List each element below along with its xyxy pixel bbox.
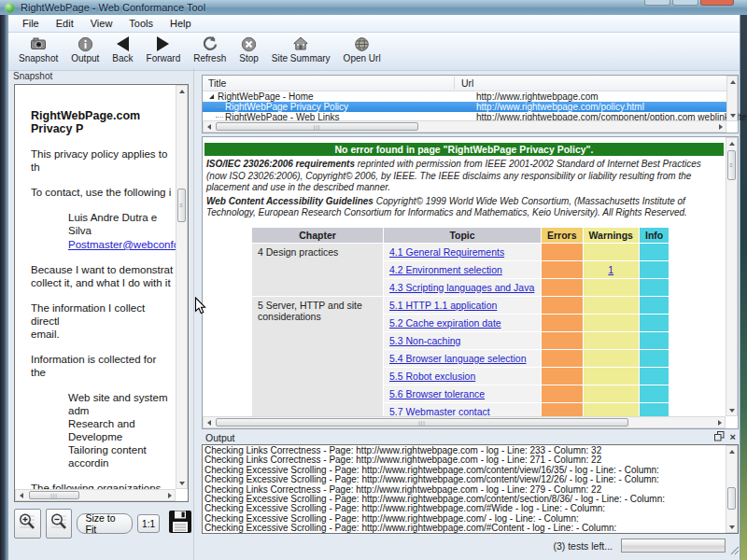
- back-arrow-icon: [117, 35, 129, 52]
- window-title: RightWebPage - Web Conformance Tool: [21, 2, 205, 13]
- header-chapter: Chapter: [252, 228, 383, 243]
- scroll-right-icon[interactable]: [715, 121, 726, 132]
- errors-cell: [542, 244, 583, 260]
- report-vertical-scrollbar[interactable]: ≡: [726, 137, 738, 416]
- scroll-up-icon[interactable]: [726, 138, 737, 148]
- info-icon: [78, 35, 93, 52]
- pages-table: Title Url RightWebPage - Home http://www…: [202, 75, 739, 133]
- scroll-down-icon[interactable]: [727, 110, 738, 120]
- column-divider[interactable]: [454, 77, 455, 90]
- minimize-button[interactable]: [644, 0, 670, 6]
- scroll-thumb[interactable]: [727, 487, 736, 510]
- menu-help[interactable]: Help: [162, 17, 200, 30]
- scroll-right-icon[interactable]: [714, 417, 725, 427]
- info-cell: [640, 368, 669, 385]
- header-errors: Errors: [542, 228, 583, 243]
- topic-link[interactable]: 5.7 Webmaster contact: [389, 406, 490, 417]
- topic-link[interactable]: 4.3 Scripting languages and Java: [389, 282, 534, 293]
- scroll-thumb[interactable]: |||: [216, 122, 418, 131]
- menu-file[interactable]: File: [14, 17, 48, 30]
- menu-bar: File Edit View Tools Help: [8, 15, 740, 33]
- close-button[interactable]: [700, 0, 734, 6]
- scroll-left-icon[interactable]: [204, 417, 214, 427]
- scroll-up-icon[interactable]: [176, 86, 187, 96]
- stop-button[interactable]: Stop: [233, 35, 265, 66]
- close-panel-icon[interactable]: ×: [730, 432, 736, 442]
- chapter-cell: 4 Design practices: [252, 244, 383, 296]
- warning-count-link[interactable]: 1: [608, 264, 613, 275]
- tests-left-label: (3) tests left...: [553, 540, 613, 552]
- magnifier-minus-icon: [49, 511, 69, 536]
- scroll-right-icon[interactable]: [164, 490, 175, 500]
- snapshot-button[interactable]: Snapshot: [12, 35, 64, 66]
- report-horizontal-scrollbar[interactable]: |||: [203, 416, 726, 428]
- scroll-down-icon[interactable]: [726, 405, 737, 415]
- snapshot-panel-title: Snapshot: [8, 68, 193, 83]
- output-log[interactable]: Checking Links Correctness - Page: http:…: [202, 444, 739, 534]
- info-cell: [640, 403, 669, 417]
- snapshot-horizontal-scrollbar[interactable]: |||: [15, 489, 176, 501]
- open-url-button[interactable]: Open Url: [337, 35, 388, 66]
- scroll-left-icon[interactable]: [204, 121, 214, 132]
- back-button[interactable]: Back: [106, 35, 139, 66]
- forward-button[interactable]: Forward: [140, 35, 188, 66]
- column-header-url[interactable]: Url: [461, 77, 473, 89]
- topic-link[interactable]: 5.4 Browser language selection: [389, 353, 527, 364]
- toolbar: Snapshot Output Back Forward Refresh: [8, 33, 740, 71]
- doc-email-link[interactable]: Postmaster@webconform: [68, 238, 174, 251]
- title-bar[interactable]: RightWebPage - Web Conformance Tool: [0, 0, 747, 15]
- page-row-privacy-policy-selected[interactable]: RightWebPage Privacy Policy http://www.r…: [203, 102, 738, 112]
- float-panel-icon[interactable]: [714, 431, 725, 443]
- page-row-home[interactable]: RightWebPage - Home http://www.rightwebp…: [203, 91, 738, 102]
- topic-link[interactable]: 5.3 Non-caching: [389, 335, 460, 346]
- scroll-thumb[interactable]: |||: [216, 418, 628, 427]
- scroll-thumb[interactable]: |||: [29, 491, 79, 499]
- stop-icon: [241, 35, 257, 52]
- refresh-button[interactable]: Refresh: [187, 35, 233, 66]
- errors-cell: [542, 350, 583, 367]
- iso-copyright-text: ISO/IEC 23026:2006 requirements reprinte…: [206, 159, 720, 194]
- menu-tools[interactable]: Tools: [120, 17, 162, 30]
- maximize-button[interactable]: [672, 0, 698, 6]
- pages-horizontal-scrollbar[interactable]: |||: [203, 120, 726, 133]
- scroll-thumb[interactable]: ≡: [177, 189, 186, 222]
- resize-grip-icon[interactable]: [728, 542, 740, 559]
- snapshot-panel: Snapshot RightWebPage.com Privacy P This…: [8, 68, 194, 560]
- open-url-button-label: Open Url: [344, 53, 381, 63]
- scroll-up-icon[interactable]: [727, 77, 738, 87]
- zoom-in-button[interactable]: [14, 509, 41, 539]
- errors-cell: [542, 261, 583, 278]
- page-url: http://www.rightwebpage.com: [476, 91, 599, 102]
- output-vertical-scrollbar[interactable]: [726, 445, 738, 533]
- camera-icon: [30, 35, 47, 52]
- snapshot-vertical-scrollbar[interactable]: ≡: [176, 85, 188, 489]
- size-to-fit-button[interactable]: Size to Fit: [77, 513, 133, 534]
- topic-link[interactable]: 5.1 HTTP 1.1 application: [389, 300, 497, 311]
- scroll-down-icon[interactable]: [726, 522, 737, 532]
- tree-expander-icon[interactable]: [209, 94, 214, 99]
- pages-vertical-scrollbar[interactable]: [726, 76, 738, 121]
- scroll-down-icon[interactable]: [176, 478, 187, 488]
- snapshot-document[interactable]: RightWebPage.com Privacy P This privacy …: [14, 84, 189, 502]
- desktop-background-right: [740, 15, 747, 560]
- scroll-up-icon[interactable]: [726, 446, 737, 456]
- topic-link[interactable]: 4.1 General Requirements: [389, 246, 504, 258]
- scroll-left-icon[interactable]: [16, 490, 26, 500]
- topic-link[interactable]: 5.5 Robot exclusion: [389, 371, 475, 382]
- doc-paragraph: Web site and system adm Research and Dev…: [68, 391, 174, 469]
- errors-cell: [542, 385, 583, 402]
- zoom-out-button[interactable]: [46, 509, 73, 539]
- output-button[interactable]: Output: [64, 35, 106, 66]
- scroll-thumb[interactable]: ≡: [727, 150, 736, 180]
- stop-button-label: Stop: [239, 53, 259, 63]
- one-to-one-button[interactable]: 1:1: [137, 514, 160, 533]
- site-summary-button[interactable]: Site Summary: [265, 35, 337, 66]
- topic-link[interactable]: 5.6 Browser tolerance: [389, 388, 485, 399]
- topic-link[interactable]: 4.2 Environment selection: [389, 264, 502, 275]
- errors-cell: [542, 368, 583, 385]
- menu-view[interactable]: View: [82, 17, 121, 30]
- column-header-title[interactable]: Title: [208, 77, 226, 89]
- menu-edit[interactable]: Edit: [48, 17, 82, 30]
- topic-link[interactable]: 5.2 Cache expiration date: [389, 317, 501, 329]
- save-snapshot-button[interactable]: [167, 509, 193, 539]
